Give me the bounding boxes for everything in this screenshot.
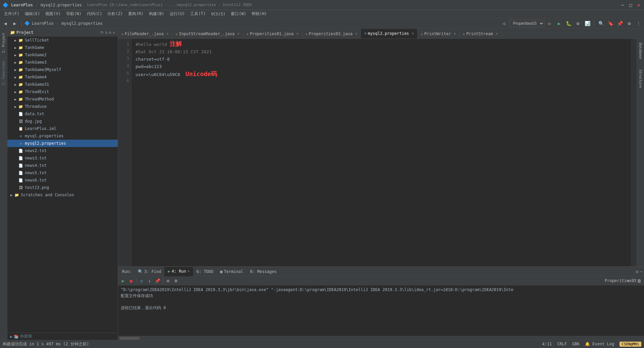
menu-edit[interactable]: 编辑(E) <box>22 10 43 17</box>
tab-close-run[interactable]: ✕ <box>187 269 190 273</box>
tab-close-mysql2props[interactable]: ✕ <box>412 31 414 36</box>
run-play-button[interactable]: ▶ <box>119 277 127 284</box>
menu-run[interactable]: 运行(U) <box>167 10 188 17</box>
tree-item-news3[interactable]: ▶ 📄 news3.txt <box>7 154 118 162</box>
tree-item-datatxt[interactable]: ▶ 📄 data.txt <box>7 110 118 118</box>
tree-item-news6[interactable]: ▶ 📄 news6.txt <box>7 177 118 184</box>
tree-item-threadmethod[interactable]: ▶ 📁 ThreadMethod <box>7 95 118 103</box>
menu-code[interactable]: 代码(C) <box>84 10 105 17</box>
tree-item-learnplusml[interactable]: ▶ 📋 LearnPlus.iml <box>7 125 118 132</box>
file-icon-datatxt: 📄 <box>18 111 23 117</box>
tab-mysql2props[interactable]: ⚙ mysql2.properties ✕ <box>361 29 417 39</box>
settings-icon[interactable]: ⚙ <box>625 19 633 27</box>
tree-item-dogjpg[interactable]: ▶ 🖼 dog.jpg <box>7 118 118 125</box>
menu-window[interactable]: 窗口(W) <box>228 10 249 17</box>
run-scroll-button[interactable]: ↓ <box>146 277 153 284</box>
run-button[interactable]: ▶ <box>555 19 563 27</box>
tree-item-test13[interactable]: ▶ 🖼 test13.png <box>7 184 118 191</box>
charset-status[interactable]: GBK <box>572 342 580 347</box>
tree-item-tankgame3[interactable]: ▶ 📁 TankGame3 <box>7 59 118 66</box>
tab-close-printstream[interactable]: ✕ <box>496 31 498 36</box>
bottom-tab-find[interactable]: 🔍 3: Find <box>135 267 165 276</box>
gear-icon[interactable]: ⚙ <box>109 30 111 35</box>
bottom-tab-messages[interactable]: 0: Messages <box>247 267 280 276</box>
tree-item-tankgame2[interactable]: ▶ 📁 TankGame2 <box>7 51 118 59</box>
crlf-status[interactable]: CRLF <box>557 342 567 347</box>
bottom-minimize-icon[interactable]: ─ <box>640 269 643 274</box>
tab-printwriter[interactable]: ☕ PrintWriter ✕ <box>418 29 460 39</box>
menu-build[interactable]: 构建(B) <box>146 10 167 17</box>
bookmark-button[interactable]: 🔖 <box>606 19 614 27</box>
tab-properities01[interactable]: ☕ Properities01.java ✕ <box>243 29 302 39</box>
run-rerun-button[interactable]: ↺ <box>138 277 145 284</box>
sync-icon[interactable]: ⟳ <box>100 30 104 35</box>
tree-item-mysqlprops[interactable]: ▶ ⚙ mysql.properties <box>7 132 118 140</box>
run-settings-button[interactable]: ⚙ <box>164 277 172 284</box>
pin-button[interactable]: 📌 <box>616 19 624 27</box>
menu-navigate[interactable]: 导航(N) <box>63 10 84 17</box>
more-icon[interactable]: ⋮ <box>635 19 643 27</box>
tree-item-sellticket[interactable]: ▶ 📁 SellTicket <box>7 37 118 44</box>
sidebar-item-project[interactable]: 1: Project <box>1 30 6 56</box>
tree-item-news5[interactable]: ▶ 📄 news5.txt <box>7 169 118 177</box>
search-button[interactable]: 🔍 <box>597 19 605 27</box>
bottom-tab-run[interactable]: ▶ 4: Run ✕ <box>164 267 193 276</box>
tree-item-threadexit[interactable]: ▶ 📁 ThreadExit <box>7 88 118 95</box>
minimize-button[interactable]: ─ <box>620 2 625 8</box>
sidebar-item-structure[interactable]: Structure <box>638 67 643 90</box>
forward-button[interactable]: ▶ <box>11 19 19 27</box>
close-button[interactable]: ✕ <box>636 2 641 8</box>
tree-item-news4[interactable]: ▶ 📄 news4.txt <box>7 162 118 169</box>
bottom-settings-icon[interactable]: ⚙ <box>636 269 638 274</box>
tab-close-filereader[interactable]: ✕ <box>166 31 169 36</box>
tab-icon-filereader: ☕ <box>121 32 123 36</box>
debug-button[interactable]: 🐛 <box>565 19 573 27</box>
run-config-button[interactable]: ⚙ <box>574 19 582 27</box>
tree-item-tankgame31[interactable]: ▶ 📁 TankGame31 <box>7 81 118 88</box>
back-button[interactable]: ◀ <box>1 19 9 27</box>
tree-item-tankgame4[interactable]: ▶ 📁 TankGame4 <box>7 73 118 81</box>
menu-file[interactable]: 文件(F) <box>1 10 22 17</box>
profile-button[interactable]: 📊 <box>583 19 591 27</box>
tab-filereader[interactable]: ☕ FileReader_.java ✕ <box>118 29 172 39</box>
tree-item-tankgame3myself[interactable]: ▶ 📁 TankGame3Myself <box>7 66 118 73</box>
external-libraries[interactable]: ▶ 📚 外部库 <box>7 333 118 340</box>
tab-close-properities03[interactable]: ✕ <box>355 31 358 36</box>
config-dropdown[interactable]: Properities03 <box>509 20 544 27</box>
run-filter-button[interactable]: ⊞ <box>172 277 180 284</box>
sidebar-item-favorites[interactable]: 2: Favorites <box>1 58 6 88</box>
bottom-tab-terminal[interactable]: ▣ Terminal <box>217 267 247 276</box>
position-status[interactable]: 4:11 <box>542 342 552 347</box>
menu-view[interactable]: 视图(V) <box>43 10 63 17</box>
maximize-button[interactable]: □ <box>628 2 633 8</box>
tree-item-news2[interactable]: ▶ 📄 news2.txt <box>7 147 118 154</box>
tab-close-inputstreamreader[interactable]: ✕ <box>237 31 239 36</box>
tab-close-printwriter[interactable]: ✕ <box>453 31 456 36</box>
bottom-tab-todo[interactable]: 6: TODO <box>193 267 217 276</box>
event-log-button[interactable]: 🔔 Event Log <box>585 342 614 347</box>
tab-inputstreamreader[interactable]: ☕ InputStreamReader_.java ✕ <box>172 29 243 39</box>
tree-item-mysql2props[interactable]: ▶ ⚙ mysql2.properties <box>7 140 118 147</box>
tab-close-properities01[interactable]: ✕ <box>296 31 299 36</box>
tree-item-threaduse[interactable]: ▶ 📁 Threaduse <box>7 103 118 110</box>
menu-analyze[interactable]: 分析(Z) <box>105 10 125 17</box>
menu-refactor[interactable]: 重构(R) <box>125 10 146 17</box>
collapse-icon[interactable]: ⇅ <box>105 30 107 35</box>
run-trash-button[interactable]: 🗑 <box>635 277 643 284</box>
bottom-scrollbar[interactable] <box>118 336 644 340</box>
tree-item-tankgame[interactable]: ▶ 📁 TankGame <box>7 44 118 51</box>
run-stop-button[interactable]: ■ <box>127 277 135 284</box>
tab-printstream[interactable]: ☕ PrintStream ✕ <box>460 29 501 39</box>
run-tab-close[interactable]: ✕ <box>625 277 632 284</box>
nav-left-icon[interactable]: ◁ <box>500 19 508 27</box>
menu-help[interactable]: 帮助(H) <box>249 10 270 17</box>
nav-right-icon[interactable]: ▷ <box>546 19 554 27</box>
close-sidebar-icon[interactable]: ✕ <box>113 30 115 35</box>
tab-properities03[interactable]: ☕ Properities03.java ✕ <box>302 29 361 39</box>
run-pin-button[interactable]: 📌 <box>154 277 161 284</box>
code-editor[interactable]: #hello world 注解 #Sat Oct 23 18:08:13 CST… <box>131 39 631 266</box>
tree-item-scratches[interactable]: ▶ 📁 Scratches and Consoles <box>7 191 118 199</box>
menu-tools[interactable]: 工具(T) <box>187 10 208 17</box>
menu-vcs[interactable]: VCS(S) <box>208 11 228 17</box>
sidebar-item-database[interactable]: Database <box>638 40 643 62</box>
